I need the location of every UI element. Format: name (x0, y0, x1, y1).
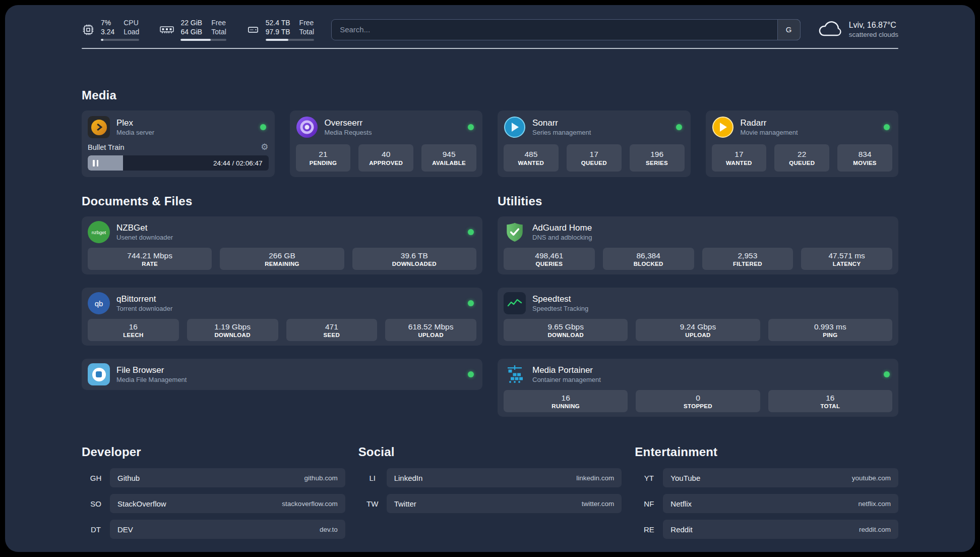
bookmark-abbr: GH (82, 474, 110, 482)
service-subtitle: Speedtest Tracking (532, 305, 588, 313)
memory-widget: 22 GiB 64 GiB Free Total (159, 18, 226, 41)
stat-rate: 744.21 MbpsRATE (88, 248, 212, 270)
search-provider-button[interactable]: G (777, 19, 801, 40)
bookmark-reddit[interactable]: RE Redditreddit.com (635, 520, 898, 539)
service-name: Radarr (741, 118, 798, 129)
memory-icon (159, 23, 174, 36)
cpu-load-label: Load (124, 27, 139, 36)
section-title-social: Social (358, 445, 622, 459)
service-card-speedtest[interactable]: Speedtest Speedtest Tracking 9.65 GbpsDO… (498, 288, 898, 346)
bookmark-name: Twitter (394, 499, 416, 508)
disk-widget: 52.4 TB 97.9 TB Free Total (247, 18, 314, 41)
search-bar: G (331, 19, 801, 40)
service-subtitle: Movie management (741, 129, 798, 137)
service-card-adguard[interactable]: AdGuard Home DNS and adblocking 498,461Q… (498, 216, 898, 274)
service-card-qbittorrent[interactable]: qb qBittorrent Torrent downloader 16LEEC… (82, 288, 482, 346)
status-dot (468, 300, 474, 306)
topbar: 7% 3.24 CPU Load (82, 5, 898, 41)
service-card-nzbget[interactable]: nzbget NZBGet Usenet downloader 744.21 M… (82, 216, 482, 274)
stat-running: 16RUNNING (504, 390, 628, 412)
service-subtitle: Torrent downloader (116, 305, 172, 313)
playback-time: 24:44 / 02:06:47 (213, 159, 269, 167)
service-subtitle: Container management (532, 376, 601, 384)
bookmark-dev[interactable]: DT DEVdev.to (82, 520, 345, 539)
bookmark-youtube[interactable]: YT YouTubeyoutube.com (635, 468, 898, 487)
service-name: AdGuard Home (532, 222, 592, 234)
bookmark-domain: linkedin.com (576, 474, 614, 482)
service-card-filebrowser[interactable]: File Browser Media File Management (82, 359, 482, 390)
bookmark-name: StackOverflow (117, 499, 166, 508)
stat-wanted: 485WANTED (504, 144, 559, 172)
cpu-load-value: 3.24 (101, 27, 114, 36)
disk-total-value: 97.9 TB (266, 27, 290, 36)
section-title-media: Media (82, 88, 898, 102)
bookmark-netflix[interactable]: NF Netflixnetflix.com (635, 494, 898, 513)
weather-condition: scattered clouds (849, 30, 898, 39)
bookmark-abbr: RE (635, 525, 663, 534)
stat-movies: 834MOVIES (837, 144, 892, 172)
stat-downloaded: 39.6 TBDOWNLOADED (352, 248, 476, 270)
service-name: Overseerr (325, 118, 372, 129)
service-name: NZBGet (116, 222, 173, 234)
bookmark-linkedin[interactable]: LI LinkedInlinkedin.com (358, 468, 622, 487)
stat-download: 1.19 GbpsDOWNLOAD (187, 319, 278, 341)
bookmark-name: Netflix (670, 499, 692, 508)
section-title-entertainment: Entertainment (635, 445, 898, 459)
service-subtitle: Media Requests (325, 129, 372, 137)
service-subtitle: Usenet downloader (116, 234, 173, 242)
resource-widgets: 7% 3.24 CPU Load (82, 18, 314, 41)
stat-queries: 498,461QUERIES (504, 248, 595, 270)
speedtest-icon (504, 292, 526, 314)
memory-total-value: 64 GiB (180, 27, 202, 36)
service-card-portainer[interactable]: Media Portainer Container management 16R… (498, 359, 898, 417)
service-name: Speedtest (532, 294, 588, 305)
qbittorrent-icon: qb (88, 292, 110, 314)
plex-icon (88, 116, 110, 138)
section-title-developer: Developer (82, 445, 345, 459)
stat-wanted: 17WANTED (712, 144, 767, 172)
stat-filtered: 2,953FILTERED (702, 248, 793, 270)
stat-available: 945AVAILABLE (421, 144, 476, 172)
status-dot (468, 371, 474, 377)
bookmark-abbr: SO (82, 499, 110, 508)
bookmark-twitter[interactable]: TW Twittertwitter.com (358, 494, 622, 513)
service-card-overseerr[interactable]: Overseerr Media Requests 21PENDING 40APP… (290, 110, 483, 177)
bookmark-domain: youtube.com (852, 474, 891, 482)
sonarr-icon (504, 116, 526, 138)
stat-approved: 40APPROVED (358, 144, 413, 172)
service-card-radarr[interactable]: Radarr Movie management 17WANTED 22QUEUE… (706, 110, 899, 177)
settings-gear-icon[interactable]: ⚙ (261, 143, 268, 151)
stat-upload: 618.52 MbpsUPLOAD (385, 319, 476, 341)
memory-free-label: Free (211, 18, 226, 27)
bookmark-stackoverflow[interactable]: SO StackOverflowstackoverflow.com (82, 494, 345, 513)
nzbget-icon: nzbget (88, 221, 110, 243)
bookmark-name: Reddit (670, 525, 692, 534)
stat-ping: 0.993 msPING (768, 319, 892, 341)
bookmark-abbr: LI (358, 474, 387, 482)
bookmark-domain: netflix.com (858, 500, 891, 508)
service-name: qBittorrent (116, 294, 172, 305)
bookmark-domain: github.com (304, 474, 338, 482)
stat-series: 196SERIES (630, 144, 685, 172)
pause-icon[interactable] (93, 160, 98, 166)
service-subtitle: DNS and adblocking (532, 234, 592, 242)
bookmark-github[interactable]: GH Githubgithub.com (82, 468, 345, 487)
memory-usage-bar (180, 39, 226, 41)
cloud-icon (818, 20, 842, 39)
service-card-plex[interactable]: Plex Media server Bullet Train ⚙ 24:44 /… (82, 110, 275, 177)
stat-seed: 471SEED (286, 319, 378, 341)
stat-remaining: 266 GBREMAINING (220, 248, 344, 270)
stat-queued: 17QUEUED (567, 144, 622, 172)
memory-total-label: Total (211, 27, 226, 36)
playback-progress-bar[interactable]: 24:44 / 02:06:47 (88, 155, 269, 171)
status-dot (260, 124, 266, 130)
memory-free-value: 22 GiB (180, 18, 202, 27)
topbar-divider (82, 48, 898, 49)
cpu-label: CPU (124, 18, 139, 27)
status-dot (884, 371, 890, 377)
stat-leech: 16LEECH (88, 319, 179, 341)
bookmark-name: DEV (117, 525, 133, 534)
search-input[interactable] (331, 19, 801, 40)
disk-free-value: 52.4 TB (266, 18, 290, 27)
service-card-sonarr[interactable]: Sonarr Series management 485WANTED 17QUE… (498, 110, 691, 177)
